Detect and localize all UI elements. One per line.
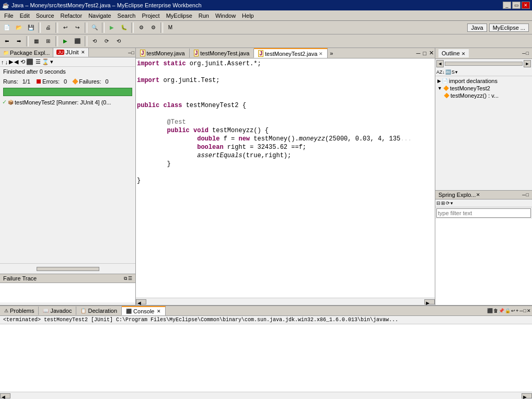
- tab-package-explorer[interactable]: 📁 Package Expl...: [0, 48, 53, 57]
- bottom-maximize-btn[interactable]: □: [524, 308, 526, 313]
- restore-button[interactable]: ▭: [512, 2, 521, 9]
- console-word-wrap-btn[interactable]: ↩: [511, 308, 515, 313]
- spring-maximize-btn[interactable]: □: [526, 192, 529, 197]
- save-button[interactable]: 💾: [25, 22, 37, 33]
- bottom-minimize-btn[interactable]: ─: [519, 308, 523, 313]
- failure-trace-filter[interactable]: ☰: [128, 276, 132, 281]
- outline-sort-btn[interactable]: AZ↓: [436, 69, 445, 75]
- debug-button[interactable]: 🐛: [118, 22, 130, 33]
- new-button[interactable]: 📄: [1, 22, 13, 33]
- tab-declaration[interactable]: 📋 Declaration: [76, 307, 122, 315]
- junit-stop[interactable]: ⬛: [26, 58, 33, 65]
- tab-testmoneytest2[interactable]: J testMoneyTest2.java ✕: [254, 48, 328, 58]
- tab-junit[interactable]: JU JUnit ✕: [53, 48, 88, 57]
- menu-file[interactable]: File: [1, 11, 17, 20]
- junit-filter[interactable]: ☰: [36, 58, 41, 65]
- menu-myeclipse[interactable]: MyEclipse: [163, 11, 195, 20]
- tab-overflow-btn[interactable]: »: [328, 49, 335, 57]
- junit-tree-item[interactable]: ✓ 📦 testMoneyTest2 [Runner: JUnit 4] (0.…: [1, 98, 134, 106]
- console-new-btn[interactable]: +: [516, 308, 518, 313]
- code-editor[interactable]: import static org.junit.Assert.*; import…: [136, 58, 435, 298]
- tb-btn-1[interactable]: ⚙: [135, 22, 147, 33]
- menu-refactor[interactable]: Refactor: [57, 11, 86, 20]
- tb2-btn-4[interactable]: ⊞: [42, 36, 54, 47]
- tb2-btn-3[interactable]: ▦: [30, 36, 42, 47]
- outline-scroll-right[interactable]: ►: [524, 60, 531, 67]
- tab-testmoneytest[interactable]: J testMoneyTest.java: [190, 49, 255, 57]
- junit-scrollbar[interactable]: [0, 263, 135, 274]
- tab-console[interactable]: ⬛ Console ✕: [122, 306, 166, 315]
- spring-collapse-btn[interactable]: ⊟: [436, 201, 441, 206]
- outline-view-menu[interactable]: ▾: [455, 69, 458, 75]
- console-body[interactable]: [0, 324, 532, 392]
- minimize-button[interactable]: _: [503, 2, 511, 9]
- outline-item-imports[interactable]: ▶ 📄 import declarations: [436, 77, 531, 85]
- console-clear-btn[interactable]: 🗑: [493, 308, 498, 313]
- menu-navigate[interactable]: Navigate: [85, 11, 114, 20]
- menu-project[interactable]: Project: [138, 11, 163, 20]
- bottom-scroll-left[interactable]: ◄: [0, 393, 10, 398]
- tb2-debug[interactable]: ⬛: [72, 36, 83, 47]
- myeclipse-perspective-btn[interactable]: MyEclipse ...: [489, 24, 529, 32]
- outline-item-method[interactable]: 🔶 testMoneyzz() : v...: [436, 92, 531, 99]
- spring-view-menu[interactable]: ▾: [450, 201, 453, 206]
- code-scrollbar[interactable]: ◄ ►: [136, 298, 435, 305]
- spring-refresh-btn[interactable]: ⟳: [446, 201, 450, 206]
- console-terminate-btn[interactable]: ⬛: [487, 308, 493, 313]
- junit-prev-fail[interactable]: ◀: [14, 58, 18, 65]
- bottom-close-btn[interactable]: ✕: [527, 308, 531, 313]
- console-pin-btn[interactable]: 📌: [499, 308, 504, 313]
- outline-hide-fields-btn[interactable]: 🔤: [445, 69, 451, 75]
- tb2-run[interactable]: ▶: [60, 36, 71, 47]
- junit-scroll-up[interactable]: ↑: [1, 59, 4, 65]
- tb2-btn-2[interactable]: ➡: [13, 36, 25, 47]
- run-button[interactable]: ▶: [106, 22, 118, 33]
- tb2-btn-6[interactable]: ⟳: [101, 36, 112, 47]
- editor-close-btn[interactable]: ✕: [428, 50, 435, 56]
- spring-expand-btn[interactable]: ⊞: [441, 201, 445, 206]
- outline-item-class[interactable]: ▼ 🔶 testMoneyTest2: [436, 85, 531, 92]
- redo-button[interactable]: ↪: [72, 22, 83, 33]
- menu-search[interactable]: Search: [114, 11, 139, 20]
- tab-outline[interactable]: Outline ✕: [438, 49, 469, 57]
- failure-trace-copy[interactable]: ⧉: [124, 276, 127, 281]
- tb-btn-2[interactable]: ⚙: [147, 22, 159, 33]
- java-perspective-btn[interactable]: Java: [467, 24, 487, 32]
- bottom-scrollbar[interactable]: ◄ ►: [0, 392, 532, 399]
- spring-minimize-btn[interactable]: ─: [522, 192, 525, 197]
- myeclipse-btn[interactable]: M: [165, 22, 176, 33]
- outline-hide-static-btn[interactable]: S: [452, 69, 455, 75]
- tb2-btn-5[interactable]: ⟲: [89, 36, 100, 47]
- junit-history[interactable]: ⌛: [42, 58, 49, 65]
- print-button[interactable]: 🖨: [42, 22, 54, 33]
- junit-scroll-down[interactable]: ↓: [5, 59, 8, 65]
- bottom-scroll-right[interactable]: ►: [522, 393, 532, 398]
- junit-next-fail[interactable]: ▶: [9, 58, 13, 65]
- maximize-left-button[interactable]: □: [132, 50, 134, 55]
- close-button[interactable]: ✕: [522, 2, 530, 9]
- code-scroll-right[interactable]: ►: [424, 299, 435, 304]
- junit-view-menu[interactable]: ▾: [50, 58, 53, 65]
- menu-edit[interactable]: Edit: [17, 11, 33, 20]
- editor-maximize-btn[interactable]: □: [422, 50, 427, 56]
- tb2-btn-7[interactable]: ⟲: [113, 36, 124, 47]
- menu-help[interactable]: Help: [239, 11, 257, 20]
- tab-testmoney[interactable]: J testMoney.java: [136, 49, 190, 57]
- tb2-btn-1[interactable]: ⬅: [1, 36, 13, 47]
- editor-minimize-btn[interactable]: ─: [415, 50, 422, 56]
- search-button[interactable]: 🔍: [89, 22, 100, 33]
- code-scroll-left[interactable]: ◄: [136, 299, 146, 304]
- outline-minimize-btn[interactable]: ─: [522, 51, 525, 56]
- console-scroll-lock-btn[interactable]: 🔒: [505, 308, 511, 313]
- outline-scroll-left[interactable]: ◄: [436, 60, 444, 67]
- tab-close-button[interactable]: ✕: [319, 51, 323, 56]
- menu-run[interactable]: Run: [195, 11, 212, 20]
- spring-filter-input[interactable]: [436, 208, 531, 218]
- undo-button[interactable]: ↩: [60, 22, 71, 33]
- tab-javadoc[interactable]: 📖 Javadoc: [39, 307, 76, 315]
- junit-rerun[interactable]: ⟲: [20, 58, 25, 65]
- outline-maximize-btn[interactable]: □: [526, 51, 529, 56]
- menu-window[interactable]: Window: [212, 11, 239, 20]
- menu-source[interactable]: Source: [33, 11, 57, 20]
- tab-problems[interactable]: ⚠ Problems: [0, 307, 39, 315]
